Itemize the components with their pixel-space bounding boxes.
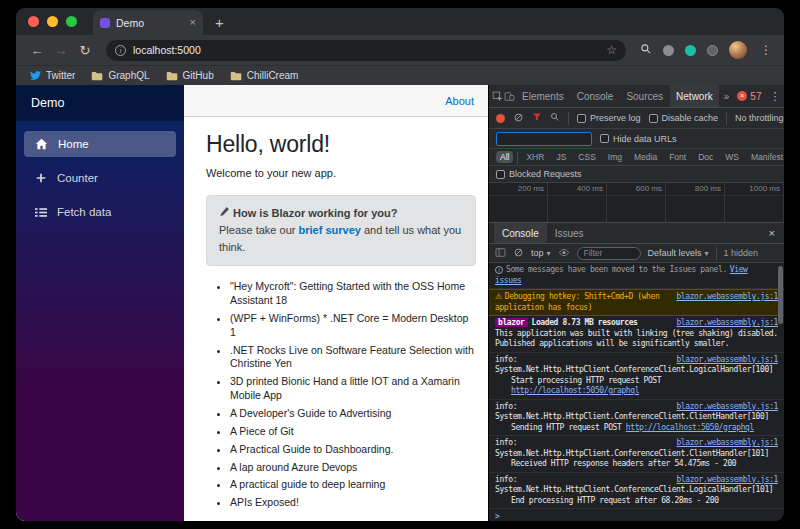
devtools-menu-icon[interactable]: ⋮ [765, 90, 784, 103]
zoom-icon[interactable] [640, 41, 652, 59]
minimize-window-button[interactable] [47, 16, 58, 27]
info-icon: i [495, 266, 503, 274]
filter-js[interactable]: JS [552, 151, 570, 163]
drawer-tab-console[interactable]: Console [494, 223, 547, 243]
source-link[interactable]: blazor.webassembly.js:1 [676, 438, 778, 449]
filter-img[interactable]: Img [604, 151, 626, 163]
app-main: About Hello, world! Welcome to your new … [184, 85, 488, 521]
folder-icon [230, 71, 242, 81]
drawer-tab-bar: Console Issues × [489, 223, 784, 244]
divider [716, 247, 717, 260]
forward-button[interactable]: → [50, 43, 72, 58]
inspect-icon[interactable] [492, 91, 503, 102]
tab-close-icon[interactable]: × [190, 17, 196, 28]
sidebar-nav: Home Counter Fetch data [16, 121, 184, 225]
survey-link[interactable]: brief survey [299, 224, 361, 236]
console-filter-input[interactable] [577, 247, 641, 260]
error-badge[interactable]: × 57 [734, 91, 764, 102]
browser-menu-icon[interactable]: ⋮ [758, 43, 774, 57]
home-icon [35, 138, 48, 150]
log-text: System.Net.Http.HttpClient.ConferenceCli… [495, 485, 778, 496]
console-prompt[interactable]: > [489, 509, 784, 521]
filter-doc[interactable]: Doc [694, 151, 717, 163]
bookmark-folder-graphql[interactable]: GraphQL [91, 70, 149, 81]
error-icon: × [737, 91, 747, 101]
console-drawer: Console Issues × top▾ Default levels▾ 1 … [489, 222, 784, 521]
filter-css[interactable]: CSS [574, 151, 599, 163]
close-window-button[interactable] [28, 16, 39, 27]
checkbox [496, 170, 505, 179]
network-filter-input[interactable] [496, 132, 592, 146]
drawer-close-icon[interactable]: × [765, 227, 779, 239]
source-link[interactable]: blazor.webassembly.js:1 [676, 292, 778, 303]
filter-font[interactable]: Font [665, 151, 690, 163]
extension-icon[interactable] [707, 45, 718, 56]
devtools-tab-elements[interactable]: Elements [516, 85, 570, 107]
console-scrollbar[interactable] [778, 266, 783, 324]
about-link[interactable]: About [445, 95, 474, 107]
filter-icon[interactable] [532, 112, 542, 124]
toolbar-icons: ⋮ [640, 41, 774, 59]
extension-icon[interactable] [663, 45, 674, 56]
filter-media[interactable]: Media [630, 151, 661, 163]
site-info-icon[interactable]: i [115, 45, 126, 56]
log-text: Some messages have been moved to the Iss… [506, 265, 727, 274]
source-link[interactable]: blazor.webassembly.js:1 [676, 475, 778, 486]
disable-cache-checkbox[interactable]: Disable cache [649, 113, 719, 123]
source-link[interactable]: blazor.webassembly.js:1 [676, 318, 778, 329]
extension-icon[interactable] [685, 45, 696, 56]
console-output: iSome messages have been moved to the Is… [489, 263, 784, 521]
devtools-tab-sources[interactable]: Sources [620, 85, 669, 107]
context-select[interactable]: top▾ [531, 248, 551, 258]
filter-manifest[interactable]: Manifest [747, 151, 784, 163]
request-url-link[interactable]: http://localhost:5050/graphql [511, 386, 639, 395]
browser-tab[interactable]: Demo × [93, 10, 203, 35]
drawer-tab-issues[interactable]: Issues [547, 223, 592, 243]
bookmark-star-icon[interactable]: ☆ [606, 44, 617, 56]
list-item: .NET Rocks Live on Software Feature Sele… [230, 344, 476, 372]
clear-icon[interactable] [513, 112, 524, 125]
filter-all[interactable]: All [496, 151, 513, 163]
blocked-requests-checkbox[interactable]: Blocked Requests [496, 169, 582, 179]
request-url-link[interactable]: http://localhost:5050/graphql [626, 423, 754, 432]
profile-avatar[interactable] [729, 41, 747, 59]
bookmark-folder-chillicream[interactable]: ChilliCream [230, 70, 299, 81]
console-message-warning: blazor.webassembly.js:1 ⚠Debugging hotke… [489, 289, 784, 316]
console-message-blazor: blazor.webassembly.js:1 blazorLoaded 8.7… [489, 316, 784, 353]
sidebar-item-home[interactable]: Home [24, 131, 176, 157]
bookmark-folder-github[interactable]: GitHub [166, 70, 214, 81]
device-toolbar-icon[interactable] [504, 91, 515, 102]
source-link[interactable]: blazor.webassembly.js:1 [676, 402, 778, 413]
fullscreen-window-button[interactable] [66, 16, 77, 27]
address-bar[interactable]: i localhost:5000 ☆ [106, 40, 626, 61]
record-button[interactable] [496, 114, 505, 123]
devtools-tab-console[interactable]: Console [571, 85, 620, 107]
clear-console-icon[interactable] [513, 247, 524, 260]
devtools-tab-network[interactable]: Network [670, 85, 719, 107]
more-tabs-icon[interactable]: » [720, 91, 734, 102]
console-sidebar-icon[interactable] [495, 247, 506, 260]
log-text: info: [495, 475, 517, 484]
sidebar-item-counter[interactable]: Counter [24, 165, 176, 191]
list-item: (WPF + WinForms) * .NET Core = Modern De… [230, 312, 476, 340]
new-tab-button[interactable]: + [215, 14, 224, 31]
preserve-log-checkbox[interactable]: Preserve log [577, 113, 641, 123]
back-button[interactable]: ← [26, 43, 48, 58]
filter-xhr[interactable]: XHR [522, 151, 548, 163]
app-top-bar: About [184, 85, 488, 117]
sidebar-item-fetch-data[interactable]: Fetch data [24, 199, 176, 225]
log-text: Debugging hotkey: Shift+Cmd+D (when appl… [495, 292, 659, 312]
list-item: A Piece of Git [230, 425, 476, 439]
search-icon[interactable] [550, 112, 560, 124]
throttling-select[interactable]: No throttling▾ [735, 113, 784, 123]
reload-button[interactable]: ↻ [74, 43, 96, 58]
app-brand[interactable]: Demo [16, 85, 184, 121]
hide-data-urls-checkbox[interactable]: Hide data URLs [600, 134, 677, 144]
bookmark-twitter[interactable]: Twitter [30, 70, 75, 81]
session-list: "Hey Mycroft": Getting Started with the … [230, 280, 476, 510]
folder-icon [166, 71, 178, 81]
eye-icon[interactable] [558, 247, 570, 260]
log-levels-select[interactable]: Default levels▾ [648, 248, 709, 258]
filter-ws[interactable]: WS [721, 151, 743, 163]
source-link[interactable]: blazor.webassembly.js:1 [676, 355, 778, 366]
